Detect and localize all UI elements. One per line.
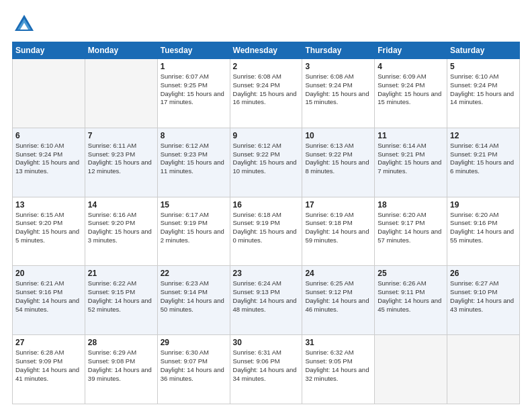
calendar-cell: 23Sunrise: 6:24 AMSunset: 9:13 PMDayligh… <box>230 266 302 335</box>
calendar-cell: 31Sunrise: 6:32 AMSunset: 9:05 PMDayligh… <box>302 335 375 404</box>
calendar-cell: 15Sunrise: 6:17 AMSunset: 9:19 PMDayligh… <box>157 197 230 266</box>
calendar-cell: 11Sunrise: 6:14 AMSunset: 9:21 PMDayligh… <box>375 128 447 197</box>
calendar-cell <box>13 59 85 128</box>
day-number: 20 <box>15 269 82 278</box>
header <box>12 12 520 36</box>
day-number: 17 <box>305 200 371 210</box>
day-number: 4 <box>378 62 444 71</box>
calendar-cell: 26Sunrise: 6:27 AMSunset: 9:10 PMDayligh… <box>447 266 520 335</box>
calendar-cell: 4Sunrise: 6:09 AMSunset: 9:24 PMDaylight… <box>375 59 447 128</box>
day-info: Sunrise: 6:17 AMSunset: 9:19 PMDaylight:… <box>161 211 227 245</box>
calendar-week-2: 6Sunrise: 6:10 AMSunset: 9:24 PMDaylight… <box>13 128 520 197</box>
calendar-cell: 8Sunrise: 6:12 AMSunset: 9:23 PMDaylight… <box>157 128 230 197</box>
calendar-cell: 12Sunrise: 6:14 AMSunset: 9:21 PMDayligh… <box>447 128 520 197</box>
day-info: Sunrise: 6:20 AMSunset: 9:17 PMDaylight:… <box>378 211 444 245</box>
day-number: 22 <box>161 269 227 278</box>
day-number: 9 <box>233 131 300 140</box>
day-number: 10 <box>305 131 371 140</box>
calendar-week-5: 27Sunrise: 6:28 AMSunset: 9:09 PMDayligh… <box>13 335 520 404</box>
calendar-header-monday: Monday <box>85 42 157 59</box>
calendar-header-row: SundayMondayTuesdayWednesdayThursdayFrid… <box>13 42 520 59</box>
calendar-cell: 13Sunrise: 6:15 AMSunset: 9:20 PMDayligh… <box>13 197 85 266</box>
day-number: 21 <box>88 269 154 278</box>
day-number: 3 <box>305 62 371 71</box>
day-info: Sunrise: 6:15 AMSunset: 9:20 PMDaylight:… <box>15 211 82 245</box>
day-info: Sunrise: 6:10 AMSunset: 9:24 PMDaylight:… <box>15 142 82 176</box>
day-info: Sunrise: 6:31 AMSunset: 9:06 PMDaylight:… <box>233 349 300 383</box>
day-number: 30 <box>233 338 300 347</box>
calendar-cell: 16Sunrise: 6:18 AMSunset: 9:19 PMDayligh… <box>230 197 302 266</box>
day-number: 6 <box>15 131 82 140</box>
day-number: 26 <box>450 269 517 278</box>
day-number: 11 <box>378 131 444 140</box>
calendar-cell: 9Sunrise: 6:12 AMSunset: 9:22 PMDaylight… <box>230 128 302 197</box>
day-number: 16 <box>233 200 300 210</box>
calendar-cell: 18Sunrise: 6:20 AMSunset: 9:17 PMDayligh… <box>375 197 447 266</box>
day-number: 24 <box>305 269 371 278</box>
day-info: Sunrise: 6:32 AMSunset: 9:05 PMDaylight:… <box>305 349 371 383</box>
calendar-cell: 5Sunrise: 6:10 AMSunset: 9:24 PMDaylight… <box>447 59 520 128</box>
page: SundayMondayTuesdayWednesdayThursdayFrid… <box>0 0 532 411</box>
day-info: Sunrise: 6:14 AMSunset: 9:21 PMDaylight:… <box>450 142 517 176</box>
day-info: Sunrise: 6:27 AMSunset: 9:10 PMDaylight:… <box>450 279 517 314</box>
calendar-header-friday: Friday <box>375 42 447 59</box>
day-number: 7 <box>88 131 154 140</box>
calendar-cell <box>85 59 157 128</box>
calendar-cell: 17Sunrise: 6:19 AMSunset: 9:18 PMDayligh… <box>302 197 375 266</box>
day-info: Sunrise: 6:22 AMSunset: 9:15 PMDaylight:… <box>88 279 154 314</box>
calendar-cell: 2Sunrise: 6:08 AMSunset: 9:24 PMDaylight… <box>230 59 302 128</box>
day-number: 15 <box>161 200 227 210</box>
day-info: Sunrise: 6:18 AMSunset: 9:19 PMDaylight:… <box>233 211 300 245</box>
day-number: 29 <box>161 338 227 347</box>
day-info: Sunrise: 6:16 AMSunset: 9:20 PMDaylight:… <box>88 211 154 245</box>
day-number: 27 <box>15 338 82 347</box>
calendar-cell: 7Sunrise: 6:11 AMSunset: 9:23 PMDaylight… <box>85 128 157 197</box>
calendar-cell: 3Sunrise: 6:08 AMSunset: 9:24 PMDaylight… <box>302 59 375 128</box>
calendar-table: SundayMondayTuesdayWednesdayThursdayFrid… <box>12 42 520 404</box>
day-info: Sunrise: 6:26 AMSunset: 9:11 PMDaylight:… <box>378 279 444 314</box>
calendar-cell: 1Sunrise: 6:07 AMSunset: 9:25 PMDaylight… <box>157 59 230 128</box>
day-info: Sunrise: 6:09 AMSunset: 9:24 PMDaylight:… <box>378 73 444 107</box>
calendar-week-1: 1Sunrise: 6:07 AMSunset: 9:25 PMDaylight… <box>13 59 520 128</box>
calendar-cell: 25Sunrise: 6:26 AMSunset: 9:11 PMDayligh… <box>375 266 447 335</box>
day-info: Sunrise: 6:08 AMSunset: 9:24 PMDaylight:… <box>305 73 371 107</box>
day-info: Sunrise: 6:20 AMSunset: 9:16 PMDaylight:… <box>450 211 517 245</box>
day-info: Sunrise: 6:21 AMSunset: 9:16 PMDaylight:… <box>15 279 82 314</box>
calendar-cell: 20Sunrise: 6:21 AMSunset: 9:16 PMDayligh… <box>13 266 85 335</box>
calendar-cell: 30Sunrise: 6:31 AMSunset: 9:06 PMDayligh… <box>230 335 302 404</box>
day-info: Sunrise: 6:19 AMSunset: 9:18 PMDaylight:… <box>305 211 371 245</box>
logo-icon <box>12 12 36 36</box>
day-info: Sunrise: 6:08 AMSunset: 9:24 PMDaylight:… <box>233 73 300 107</box>
day-number: 18 <box>378 200 444 210</box>
calendar-header-tuesday: Tuesday <box>157 42 230 59</box>
day-info: Sunrise: 6:11 AMSunset: 9:23 PMDaylight:… <box>88 142 154 176</box>
day-info: Sunrise: 6:30 AMSunset: 9:07 PMDaylight:… <box>161 349 227 383</box>
calendar-cell: 6Sunrise: 6:10 AMSunset: 9:24 PMDaylight… <box>13 128 85 197</box>
calendar-week-4: 20Sunrise: 6:21 AMSunset: 9:16 PMDayligh… <box>13 266 520 335</box>
calendar-cell: 28Sunrise: 6:29 AMSunset: 9:08 PMDayligh… <box>85 335 157 404</box>
day-info: Sunrise: 6:28 AMSunset: 9:09 PMDaylight:… <box>15 349 82 383</box>
calendar-cell: 22Sunrise: 6:23 AMSunset: 9:14 PMDayligh… <box>157 266 230 335</box>
day-number: 2 <box>233 62 300 71</box>
day-number: 1 <box>161 62 227 71</box>
day-info: Sunrise: 6:14 AMSunset: 9:21 PMDaylight:… <box>378 142 444 176</box>
day-info: Sunrise: 6:12 AMSunset: 9:23 PMDaylight:… <box>161 142 227 176</box>
day-number: 31 <box>305 338 371 347</box>
day-info: Sunrise: 6:25 AMSunset: 9:12 PMDaylight:… <box>305 279 371 314</box>
calendar-cell: 14Sunrise: 6:16 AMSunset: 9:20 PMDayligh… <box>85 197 157 266</box>
calendar-cell <box>375 335 447 404</box>
calendar-header-sunday: Sunday <box>13 42 85 59</box>
day-number: 28 <box>88 338 154 347</box>
day-number: 14 <box>88 200 154 210</box>
day-info: Sunrise: 6:12 AMSunset: 9:22 PMDaylight:… <box>233 142 300 176</box>
logo <box>12 12 39 36</box>
day-number: 25 <box>378 269 444 278</box>
day-info: Sunrise: 6:07 AMSunset: 9:25 PMDaylight:… <box>161 73 227 107</box>
day-number: 19 <box>450 200 517 210</box>
calendar-cell: 27Sunrise: 6:28 AMSunset: 9:09 PMDayligh… <box>13 335 85 404</box>
calendar-cell <box>447 335 520 404</box>
day-info: Sunrise: 6:13 AMSunset: 9:22 PMDaylight:… <box>305 142 371 176</box>
calendar-cell: 19Sunrise: 6:20 AMSunset: 9:16 PMDayligh… <box>447 197 520 266</box>
calendar-header-saturday: Saturday <box>447 42 520 59</box>
day-number: 13 <box>15 200 82 210</box>
